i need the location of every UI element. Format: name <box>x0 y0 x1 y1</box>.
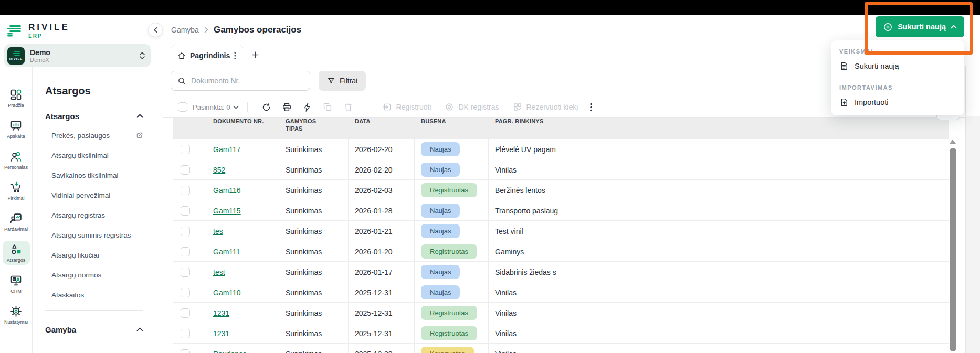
vertical-scrollbar[interactable] <box>949 140 956 351</box>
sidebar-item-atsargu-tikslinimai[interactable]: Atsargų tikslinimai <box>45 145 155 165</box>
search-input[interactable] <box>191 77 303 85</box>
table-row[interactable]: Gam111 Surinkimas 2026-01-20 Registruota… <box>173 241 949 262</box>
sidebar-item-ataskaitos[interactable]: Ataskaitos <box>45 285 155 305</box>
print-button[interactable] <box>282 102 292 112</box>
table-row[interactable]: 1231 Surinkimas 2025-12-31 Registruotas … <box>173 323 949 344</box>
create-new-button[interactable]: Sukurti naują <box>876 16 964 37</box>
table-row[interactable]: Gam110 Surinkimas 2025-12-31 Naujas Vini… <box>173 282 949 303</box>
reserve-quantity-button[interactable]: Rezervuoti kiekį <box>513 102 578 112</box>
type-cell: Surinkimas <box>279 241 349 262</box>
row-checkbox[interactable] <box>181 288 190 297</box>
document-link[interactable]: Raudonas <box>213 350 247 353</box>
dropdown-item-importuoti[interactable]: Importuoti <box>831 94 964 111</box>
company-toggle-icon[interactable] <box>139 51 145 60</box>
column-header-data[interactable]: DATA <box>349 118 415 138</box>
date-cell: 2026-02-03 <box>349 180 415 200</box>
nav-item-pradzia[interactable]: Pradžia <box>3 86 30 110</box>
row-checkbox[interactable] <box>181 186 190 195</box>
company-selector[interactable]: RIVILE Demo DemoX <box>4 44 151 67</box>
type-cell: Surinkimas <box>279 180 349 200</box>
chevron-down-icon[interactable] <box>233 105 239 109</box>
refresh-button[interactable] <box>261 102 271 112</box>
sidebar-item-savikainos-tikslinimai[interactable]: Savikainos tikslinimai <box>45 165 155 185</box>
chevron-up-icon[interactable] <box>136 327 143 331</box>
breadcrumb-parent[interactable]: Gamyba <box>171 26 199 34</box>
document-link[interactable]: 1231 <box>213 309 229 317</box>
document-link[interactable]: Gam117 <box>213 145 241 154</box>
filters-button[interactable]: Filtrai <box>319 71 366 91</box>
sidebar-item-atsargu-registras[interactable]: Atsargų registras <box>45 205 155 225</box>
table-row[interactable]: test Surinkimas 2026-01-17 Naujas Sidabr… <box>173 262 949 282</box>
quick-action-button[interactable] <box>302 102 312 112</box>
row-checkbox[interactable] <box>181 247 190 256</box>
document-link[interactable]: 1231 <box>213 329 229 338</box>
row-checkbox[interactable] <box>181 308 190 318</box>
delete-button[interactable] <box>343 102 353 112</box>
document-link[interactable]: tes <box>213 227 223 236</box>
column-header-dokumento-nr[interactable]: DOKUMENTO NR. <box>207 118 279 138</box>
funnel-icon <box>327 77 335 85</box>
row-checkbox[interactable] <box>181 145 190 154</box>
table-row[interactable]: Gam116 Surinkimas 2026-02-03 Registruota… <box>173 180 949 200</box>
row-checkbox[interactable] <box>181 349 190 353</box>
kit-cell: Plėvelė UV pagam <box>489 139 567 159</box>
copy-button[interactable] <box>323 102 333 112</box>
sidebar-item-atsargu-likuciai[interactable]: Atsargų likučiai <box>45 245 155 265</box>
table-row[interactable]: 1231 Surinkimas 2025-12-31 Registruotas … <box>173 303 949 323</box>
column-header-pagr-rinkinys[interactable]: PAGR. RINKINYS <box>489 118 567 138</box>
scrollbar-thumb[interactable] <box>950 148 956 351</box>
scroll-up-arrow-icon[interactable] <box>950 140 956 144</box>
collapse-sidebar-button[interactable] <box>148 23 163 37</box>
tab-kebab-icon[interactable] <box>234 51 236 60</box>
gear-icon <box>9 305 23 318</box>
date-cell: 2025-12-31 <box>349 323 415 344</box>
status-badge: Registruotas <box>421 326 477 341</box>
toolbar-kebab-icon[interactable] <box>590 103 592 112</box>
status-cell: Naujas <box>415 159 489 180</box>
table-row[interactable]: tes Surinkimas 2026-01-21 Naujas Test vi… <box>173 221 949 241</box>
document-link[interactable]: Gam111 <box>213 248 240 256</box>
chevron-up-icon[interactable] <box>136 114 143 118</box>
register-button[interactable]: Registruoti <box>383 102 431 112</box>
table-row[interactable]: 852 Surinkimas 2026-02-20 Naujas Vinilas <box>173 159 949 180</box>
table-header: DOKUMENTO NR. GAMYBOS TIPAS DATA BŪSENA … <box>173 118 949 139</box>
row-checkbox[interactable] <box>181 227 190 236</box>
dashboard-icon <box>9 88 23 101</box>
sidebar-item-prekes-paslaugos[interactable]: Prekės, paslaugos <box>45 125 155 145</box>
nav-item-nustatymai[interactable]: Nustatymai <box>3 303 30 327</box>
row-checkbox[interactable] <box>181 206 190 216</box>
column-header-gamybos-tipas[interactable]: GAMYBOS TIPAS <box>279 118 349 138</box>
kit-cell: Vinilas <box>489 303 567 323</box>
table-row[interactable]: Gam115 Surinkimas 2026-01-28 Naujas Tran… <box>173 200 949 221</box>
external-link-icon[interactable] <box>136 132 143 139</box>
table-row[interactable]: Gam117 Surinkimas 2026-02-20 Naujas Plėv… <box>173 139 949 159</box>
tab-pagrindinis[interactable]: Pagrindinis <box>171 45 243 66</box>
nav-item-crm[interactable]: CRM <box>3 272 30 296</box>
sidebar-item-atsargu-normos[interactable]: Atsargų normos <box>45 265 155 285</box>
sidebar-section-atsargos[interactable]: Atsargos <box>45 110 155 122</box>
document-link[interactable]: 852 <box>213 166 225 174</box>
sidebar-section-gamyba[interactable]: Gamyba <box>45 323 155 336</box>
nav-item-personalas[interactable]: Personalas <box>3 148 30 172</box>
document-link[interactable]: Gam116 <box>213 186 241 195</box>
nav-item-apskaita[interactable]: Apskaita <box>3 117 30 141</box>
document-link[interactable]: Gam115 <box>213 207 241 215</box>
table: DOKUMENTO NR. GAMYBOS TIPAS DATA BŪSENA … <box>163 117 965 353</box>
column-header-busena[interactable]: BŪSENA <box>415 118 489 138</box>
document-link[interactable]: Gam110 <box>213 288 241 297</box>
select-all-checkbox[interactable] <box>178 102 187 112</box>
sidebar-item-atsargu-suminis-registras[interactable]: Atsargų suminis registras <box>45 225 155 245</box>
row-checkbox[interactable] <box>181 165 190 175</box>
document-link[interactable]: test <box>213 268 225 276</box>
sidebar-item-vidiniai-pervezimai[interactable]: Vidiniai pervežimai <box>45 185 155 205</box>
row-checkbox[interactable] <box>181 329 190 338</box>
table-row[interactable]: Raudonas Surinkimas 2025-12-30 Koreguota… <box>173 344 949 353</box>
nav-item-atsargos[interactable]: Atsargos <box>3 241 30 265</box>
add-tab-button[interactable] <box>243 44 267 66</box>
nav-item-pirkimai[interactable]: Pirkimai <box>3 179 30 203</box>
dk-register-button[interactable]: DK registras <box>445 102 499 112</box>
row-checkbox[interactable] <box>181 268 190 277</box>
company-avatar: RIVILE <box>7 47 25 65</box>
nav-item-pardavimai[interactable]: Pardavimai <box>3 210 30 234</box>
dropdown-item-sukurti-nauja[interactable]: Sukurti naują <box>831 58 964 74</box>
